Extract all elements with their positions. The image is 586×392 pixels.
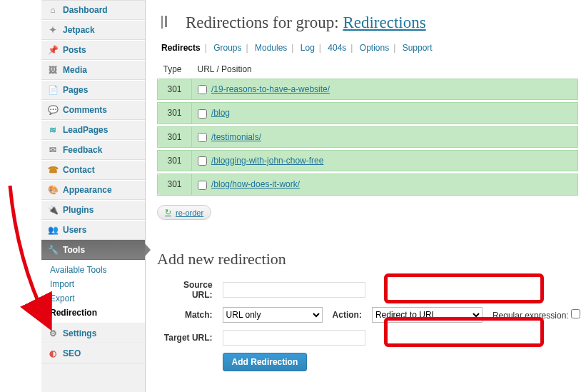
sidebar-item-settings[interactable]: ⚙ Settings — [41, 323, 145, 343]
row-checkbox[interactable] — [198, 133, 207, 142]
plugin-icon: 🔌 — [47, 204, 59, 216]
sidebar-item-label: Posts — [63, 45, 86, 55]
tools-submenu: Available Tools Import Export Redirectio… — [41, 260, 145, 323]
subnav-support[interactable]: Support — [398, 43, 437, 53]
sidebar-item-label: SEO — [63, 348, 81, 358]
sidebar-item-label: Users — [63, 225, 86, 235]
sidebar-item-label: Media — [63, 65, 87, 75]
table-row[interactable]: 301 /19-reasons-to-have-a-website/ — [158, 79, 578, 100]
subnav-groups[interactable]: Groups — [209, 43, 246, 53]
reorder-icon: ↻ — [165, 208, 171, 217]
row-checkbox[interactable] — [198, 109, 207, 119]
target-url-input[interactable] — [223, 330, 365, 346]
media-icon: 🖼 — [47, 64, 59, 76]
redirect-url-link[interactable]: /blog — [211, 108, 230, 118]
subnav-modules[interactable]: Modules — [251, 43, 291, 53]
page-title-link[interactable]: Redirections — [343, 14, 425, 31]
submenu-redirection[interactable]: Redirection — [50, 306, 145, 320]
sidebar-item-label: Contact — [63, 165, 95, 175]
reorder-button[interactable]: ↻ re-order — [157, 205, 211, 220]
tools-icon: 🔧 — [47, 244, 59, 256]
sidebar-item-appearance[interactable]: 🎨 Appearance — [41, 180, 145, 200]
sidebar-item-comments[interactable]: 💬 Comments — [41, 100, 145, 120]
row-checkbox[interactable] — [198, 181, 207, 190]
redirect-url-link[interactable]: /testimonials/ — [211, 132, 261, 142]
sidebar-item-jetpack[interactable]: ✦ Jetpack — [41, 20, 145, 40]
sidebar-item-dashboard[interactable]: ⌂ Dashboard — [41, 0, 145, 20]
cell-url: /blogging-with-john-chow-free — [192, 150, 578, 171]
source-url-label: Source URL: — [158, 277, 217, 303]
add-redirection-form: Source URL: Match: URL only Action: Redi… — [157, 276, 586, 376]
comment-icon: 💬 — [47, 104, 59, 116]
page-title: Redirections for group: Redirections — [157, 13, 586, 33]
row-checkbox[interactable] — [198, 85, 207, 94]
cell-type: 301 — [158, 103, 192, 124]
subnav: Redirects| Groups| Modules| Log| 404s| O… — [157, 43, 586, 53]
redirect-url-link[interactable]: /blogging-with-john-chow-free — [211, 156, 323, 166]
sidebar-item-leadpages[interactable]: ≋ LeadPages — [41, 120, 145, 140]
table-row[interactable]: 301 /blogging-with-john-chow-free — [158, 150, 578, 171]
subnav-log[interactable]: Log — [296, 43, 319, 53]
action-label: Action: — [328, 304, 366, 326]
main-content: Redirections for group: Redirections Red… — [146, 0, 586, 392]
cell-type: 301 — [158, 150, 192, 171]
users-icon: 👥 — [47, 224, 59, 236]
page-title-text: Redirections for group: — [186, 14, 343, 31]
match-select[interactable]: URL only — [223, 307, 323, 323]
sidebar-item-label: Jetpack — [63, 25, 95, 35]
seo-icon: ◐ — [47, 348, 59, 359]
sidebar-item-seo[interactable]: ◐ SEO — [41, 343, 145, 363]
sidebar-item-pages[interactable]: 📄 Pages — [41, 80, 145, 100]
appearance-icon: 🎨 — [47, 184, 59, 196]
sidebar-item-media[interactable]: 🖼 Media — [41, 60, 145, 80]
cell-type: 301 — [158, 79, 192, 100]
sidebar-item-label: Feedback — [63, 145, 102, 155]
subnav-404s[interactable]: 404s — [323, 43, 350, 53]
regex-checkbox[interactable] — [571, 309, 580, 318]
redirect-url-link[interactable]: /19-reasons-to-have-a-website/ — [211, 84, 330, 94]
submenu-export[interactable]: Export — [50, 291, 145, 306]
sidebar-item-label: Pages — [63, 85, 88, 95]
cell-url: /blog — [192, 103, 578, 124]
table-row[interactable]: 301 /blog — [158, 103, 578, 124]
sidebar-item-label: Plugins — [63, 205, 94, 215]
page-icon: 📄 — [47, 84, 59, 96]
sidebar-item-label: Comments — [63, 105, 107, 115]
action-select[interactable]: Redirect to URL — [372, 307, 483, 323]
match-label: Match: — [158, 304, 217, 326]
subnav-options[interactable]: Options — [355, 43, 393, 53]
dashboard-icon: ⌂ — [47, 4, 59, 16]
cell-url: /blog/how-does-it-work/ — [192, 174, 578, 195]
lead-icon: ≋ — [47, 124, 59, 136]
settings-icon: ⚙ — [47, 328, 59, 339]
cell-url: /testimonials/ — [192, 126, 578, 147]
sidebar-item-contact[interactable]: ☎ Contact — [41, 160, 145, 180]
reorder-label: re-order — [176, 208, 203, 217]
pin-icon: 📌 — [47, 44, 59, 56]
subnav-redirects[interactable]: Redirects — [157, 43, 205, 53]
target-url-label: Target URL: — [158, 327, 217, 348]
redirect-url-link[interactable]: /blog/how-does-it-work/ — [211, 179, 300, 189]
row-checkbox[interactable] — [198, 156, 207, 166]
sidebar-item-label: Dashboard — [63, 5, 108, 15]
sidebar-item-posts[interactable]: 📌 Posts — [41, 40, 145, 60]
sidebar-item-users[interactable]: 👥 Users — [41, 220, 145, 240]
sidebar-item-plugins[interactable]: 🔌 Plugins — [41, 200, 145, 220]
col-type: Type — [158, 60, 192, 79]
jetpack-icon: ✦ — [47, 24, 59, 36]
source-url-input[interactable] — [223, 282, 365, 298]
table-row[interactable]: 301 /blog/how-does-it-work/ — [158, 174, 578, 195]
sidebar-item-tools[interactable]: 🔧 Tools — [41, 240, 145, 260]
submenu-import[interactable]: Import — [50, 277, 145, 291]
col-url: URL / Position — [192, 60, 578, 79]
sidebar-item-label: Appearance — [63, 185, 112, 195]
add-redirection-button[interactable]: Add Redirection — [223, 353, 308, 371]
form-title: Add new redirection — [157, 250, 586, 268]
submenu-available-tools[interactable]: Available Tools — [50, 263, 145, 277]
sidebar-item-label: Tools — [63, 245, 85, 255]
sidebar-item-label: Settings — [63, 328, 96, 338]
sidebar-item-feedback[interactable]: ✉ Feedback — [41, 140, 145, 160]
table-row[interactable]: 301 /testimonials/ — [158, 126, 578, 147]
feedback-icon: ✉ — [47, 144, 59, 156]
sidebar-item-label: LeadPages — [63, 125, 108, 135]
